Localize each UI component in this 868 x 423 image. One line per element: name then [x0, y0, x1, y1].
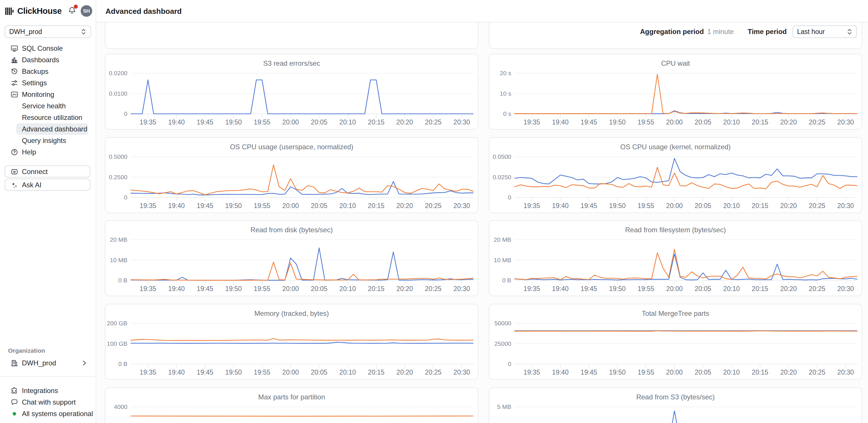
sidebar-item-help[interactable]: Help [0, 147, 96, 158]
sidebar: ClickHouse SH DWH_prod [0, 0, 96, 423]
chart-canvas: 20 MB10 MB0 B19:3519:4019:4519:5019:5520… [105, 221, 479, 297]
x-axis-tick-label: 19:40 [552, 202, 569, 209]
y-axis-tick-label: 0.5000 [109, 153, 127, 160]
sidebar-nav: SQL Console Dashboards Backups [0, 43, 96, 158]
chart-card: Max parts for partition40002000019:3519:… [105, 387, 478, 423]
sidebar-item-label: Backups [22, 67, 49, 75]
chart-card: Memory (tracked, bytes)200 GB100 GB0 B19… [105, 304, 478, 380]
x-axis-tick-label: 20:25 [425, 368, 442, 376]
x-axis-tick-label: 19:45 [581, 202, 597, 209]
chart-card: S3 read errors/sec0.02000.0100019:3519:4… [105, 54, 478, 130]
sidebar-item-sql-console[interactable]: SQL Console [0, 43, 96, 54]
service-selector[interactable]: DWH_prod [5, 25, 91, 38]
time-period-select[interactable]: Last hour [793, 25, 857, 38]
y-axis-tick-label: 0 [508, 194, 511, 200]
y-axis-tick-label: 0 B [502, 277, 511, 284]
ask-ai-button[interactable]: Ask AI [5, 178, 91, 191]
chart-series-orange [131, 165, 473, 195]
y-axis-tick-label: 5 MB [497, 403, 511, 410]
x-axis-tick-label: 19:50 [609, 285, 626, 292]
chart-canvas: 5 MB2.5 MB0 B19:3519:4019:4519:5019:5520… [489, 388, 863, 423]
x-axis-tick-label: 20:25 [809, 119, 826, 126]
x-axis-tick-label: 20:30 [837, 202, 854, 209]
sidebar-item-label: Help [22, 148, 36, 156]
help-icon [10, 148, 19, 156]
y-axis-tick-label: 0.0100 [109, 90, 127, 97]
x-axis-tick-label: 20:15 [368, 285, 385, 292]
x-axis-tick-label: 20:15 [752, 285, 769, 292]
ask-ai-label: Ask AI [22, 181, 41, 189]
x-axis-tick-label: 19:35 [524, 202, 540, 209]
dashboard-content: Aggregation period 1 minute Time period … [96, 23, 868, 423]
sidebar-item-label: Query insights [22, 137, 66, 145]
chart-canvas: 0.05000.0250019:3519:4019:4519:5019:5520… [489, 138, 863, 214]
y-axis-tick-label: 0.0200 [109, 70, 127, 76]
sidebar-item-label: Dashboards [22, 56, 59, 64]
sidebar-item-service-health[interactable]: Service health [0, 100, 96, 112]
chart-canvas: 20 MB10 MB0 B19:3519:4019:4519:5019:5520… [489, 221, 863, 297]
sidebar-item-monitoring[interactable]: Monitoring [0, 89, 96, 100]
sidebar-item-query-insights[interactable]: Query insights [0, 135, 96, 147]
x-axis-tick-label: 19:40 [552, 119, 569, 126]
organization-heading: Organization [8, 347, 45, 354]
sidebar-item-advanced-dashboard[interactable]: Advanced dashboard [16, 123, 88, 135]
x-axis-tick-label: 20:05 [695, 285, 712, 292]
footer-item-label: Integrations [22, 387, 58, 395]
x-axis-tick-label: 20:05 [695, 368, 712, 376]
x-axis-tick-label: 19:45 [197, 368, 214, 376]
x-axis-tick-label: 19:55 [638, 202, 654, 209]
aggregation-period-value: 1 minute [707, 28, 734, 36]
x-axis-tick-label: 20:20 [780, 119, 797, 126]
sidebar-item-backups[interactable]: Backups [0, 66, 96, 77]
y-axis-tick-label: 25000 [495, 340, 511, 347]
x-axis-tick-label: 20:30 [454, 285, 470, 292]
dashboards-icon [10, 56, 19, 64]
x-axis-tick-label: 20:15 [368, 202, 385, 209]
x-axis-tick-label: 19:55 [254, 119, 271, 126]
aggregation-period-label: Aggregation period [640, 28, 704, 36]
sidebar-item-chat-support[interactable]: Chat with support [0, 396, 96, 408]
y-axis-tick-label: 0 B [118, 277, 127, 284]
x-axis-tick-label: 20:25 [809, 202, 826, 209]
x-axis-tick-label: 19:45 [581, 368, 597, 376]
dashboard-controls: Aggregation period 1 minute Time period … [640, 25, 857, 38]
notifications-bell[interactable] [67, 6, 76, 16]
sidebar-item-settings[interactable]: Settings [0, 77, 96, 89]
organization-name: DWH_prod [22, 359, 56, 367]
sidebar-item-integrations[interactable]: Integrations [0, 385, 96, 396]
y-axis-tick-label: 10 MB [110, 257, 127, 263]
chart-card: Read from filesystem (bytes/sec)20 MB10 … [489, 220, 862, 296]
organization-item[interactable]: DWH_prod [0, 357, 96, 369]
y-axis-tick-label: 0 s [503, 110, 511, 117]
x-axis-tick-label: 19:55 [254, 368, 271, 376]
x-axis-tick-label: 19:35 [524, 368, 540, 376]
system-status[interactable]: All systems operational [0, 408, 96, 420]
chart-series-orange [131, 416, 473, 416]
x-axis-tick-label: 20:05 [311, 119, 328, 126]
x-axis-tick-label: 20:25 [425, 119, 442, 126]
app-window: ClickHouse SH DWH_prod [0, 0, 868, 423]
sidebar-item-dashboards[interactable]: Dashboards [0, 54, 96, 66]
avatar[interactable]: SH [81, 5, 92, 17]
chevron-updown-icon [81, 28, 87, 35]
brand-name: ClickHouse [17, 6, 62, 15]
time-period-label: Time period [748, 28, 787, 36]
x-axis-tick-label: 19:40 [552, 285, 569, 292]
x-axis-tick-label: 20:25 [809, 285, 826, 292]
x-axis-tick-label: 19:35 [140, 202, 156, 209]
y-axis-tick-label: 50000 [495, 320, 511, 326]
x-axis-tick-label: 19:40 [168, 368, 185, 376]
status-label: All systems operational [22, 410, 93, 418]
x-axis-tick-label: 20:30 [837, 119, 854, 126]
chart-series-orange [131, 338, 473, 340]
x-axis-tick-label: 20:10 [723, 202, 740, 209]
chat-bubble-icon [10, 398, 19, 406]
y-axis-tick-label: 0 B [118, 360, 127, 367]
sidebar-footer: Integrations Chat with support All syste… [0, 376, 96, 420]
connect-button[interactable]: Connect [5, 165, 91, 177]
sidebar-item-resource-utilization[interactable]: Resource utilization [0, 112, 96, 123]
clickhouse-logo[interactable]: ClickHouse [5, 5, 62, 17]
chart-series-blue [515, 159, 857, 184]
status-ok-dot [10, 410, 19, 418]
clickhouse-logo-icon [5, 6, 14, 16]
